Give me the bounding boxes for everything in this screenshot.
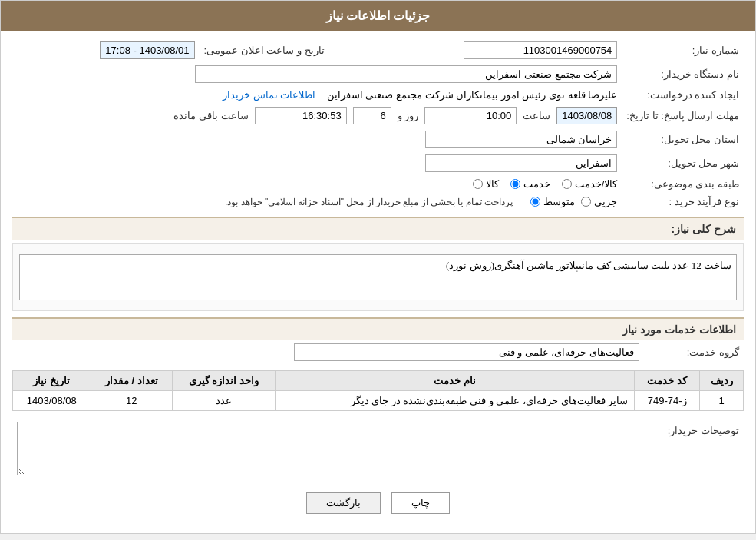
- comments-table: توضیحات خریدار:: [12, 419, 744, 481]
- creator-contact-link[interactable]: اطلاعات تماس خریدار: [223, 89, 315, 101]
- description-section-title: شرح کلی نیاز:: [12, 217, 744, 240]
- main-content: شماره نیاز: 1103001469000754 تاریخ و ساع…: [1, 31, 755, 533]
- need-number-display: 1103001469000754: [464, 41, 617, 59]
- description-container: ساخت 12 عدد بلیت سایبشی کف مانیپلاتور ما…: [12, 243, 744, 311]
- purchase-type-label: نوع فرآیند خرید :: [622, 193, 744, 210]
- page-title: جزئیات اطلاعات نیاز: [326, 9, 431, 22]
- city-value: اسفراین: [12, 151, 622, 175]
- page-wrapper: جزئیات اطلاعات نیاز شماره نیاز: 11030014…: [0, 0, 756, 534]
- page-header: جزئیات اطلاعات نیاز: [1, 1, 755, 31]
- row-buyer-org: نام دستگاه خریدار: شرکت مجتمع صنعتی اسفر…: [12, 62, 744, 86]
- response-deadline-value: 1403/08/08 ساعت 10:00 روز و 6 16:30:53 س…: [12, 104, 622, 128]
- response-days-display: 6: [353, 107, 391, 124]
- need-number-label: شماره نیاز:: [622, 38, 744, 62]
- province-value: خراسان شمالی: [12, 128, 622, 151]
- print-button[interactable]: چاپ: [391, 492, 450, 514]
- purchase-motavaset-label: متوسط: [543, 196, 575, 207]
- purchase-jozei-option[interactable]: جزیی: [581, 196, 617, 207]
- col-header-quantity: تعداد / مقدار: [91, 371, 172, 391]
- col-header-service-code: کد خدمت: [635, 371, 700, 391]
- response-date-display: 1403/08/08: [556, 107, 617, 124]
- category-kala-label: کالا: [486, 178, 499, 190]
- service-group-display: فعالیت‌های حرفه‌ای، علمی و فنی: [294, 343, 639, 361]
- category-kala-khadamat-radio[interactable]: [562, 179, 572, 189]
- days-label: روز و: [398, 110, 419, 121]
- creator-value: علیرضا قلعه نوی رئیس امور بیمانکاران شرک…: [12, 86, 622, 104]
- service-group-value: فعالیت‌های حرفه‌ای، علمی و فنی: [12, 340, 644, 364]
- category-value: کالا/خدمت خدمت کالا: [12, 175, 622, 193]
- cell-service-code: ز-74-749: [635, 391, 700, 411]
- purchase-note: پرداخت تمام یا بخشی از مبلغ خریدار از مح…: [225, 197, 513, 207]
- response-time-display: 10:00: [424, 107, 517, 124]
- col-header-unit: واحد اندازه گیری: [172, 371, 275, 391]
- cell-unit: عدد: [172, 391, 275, 411]
- purchase-motavaset-radio[interactable]: [530, 197, 540, 207]
- purchase-type-inline: جزیی متوسط پرداخت تمام یا بخشی از مبلغ خ…: [17, 196, 617, 207]
- buyer-org-label: نام دستگاه خریدار:: [622, 62, 744, 86]
- services-table-body: 1 ز-74-749 سایر فعالیت‌های حرفه‌ای، علمی…: [13, 391, 744, 411]
- cell-quantity: 12: [91, 391, 172, 411]
- creator-display: علیرضا قلعه نوی رئیس امور بیمانکاران شرک…: [327, 89, 618, 101]
- purchase-type-value: جزیی متوسط پرداخت تمام یا بخشی از مبلغ خ…: [12, 193, 622, 210]
- services-section-label: اطلاعات خدمات مورد نیاز: [622, 323, 736, 336]
- category-kala-option[interactable]: کالا: [473, 178, 499, 190]
- creator-label: ایجاد کننده درخواست:: [622, 86, 744, 104]
- col-header-service-name: نام خدمت: [275, 371, 634, 391]
- buttons-row: چاپ بازگشت: [12, 481, 744, 525]
- response-clock-display: 16:30:53: [255, 107, 347, 124]
- row-need-number: شماره نیاز: 1103001469000754 تاریخ و ساع…: [12, 38, 744, 62]
- cell-date: 1403/08/08: [13, 391, 91, 411]
- row-service-group: گروه خدمت: فعالیت‌های حرفه‌ای، علمی و فن…: [12, 340, 744, 364]
- deadline-inline: 1403/08/08 ساعت 10:00 روز و 6 16:30:53 س…: [17, 107, 617, 124]
- purchase-jozei-label: جزیی: [594, 196, 617, 207]
- col-header-row-num: ردیف: [700, 371, 744, 391]
- buyer-comments-input[interactable]: [17, 422, 639, 475]
- category-label: طبقه بندی موضوعی:: [622, 175, 744, 193]
- table-row: 1 ز-74-749 سایر فعالیت‌های حرفه‌ای، علمی…: [13, 391, 744, 411]
- buyer-org-display: شرکت مجتمع صنعتی اسفراین: [195, 65, 617, 83]
- back-button[interactable]: بازگشت: [306, 492, 381, 514]
- need-number-value: 1103001469000754: [329, 38, 622, 62]
- category-khadamat-radio[interactable]: [510, 179, 520, 189]
- category-kala-khadamat-label: کالا/خدمت: [575, 178, 618, 190]
- services-table: ردیف کد خدمت نام خدمت واحد اندازه گیری ت…: [12, 370, 744, 411]
- city-display: اسفراین: [425, 154, 617, 172]
- buyer-comments-label: توضیحات خریدار:: [644, 419, 744, 481]
- buyer-org-value: شرکت مجتمع صنعتی اسفراین: [12, 62, 622, 86]
- service-group-table: گروه خدمت: فعالیت‌های حرفه‌ای، علمی و فن…: [12, 340, 744, 364]
- category-khadamat-option[interactable]: خدمت: [510, 178, 550, 190]
- cell-row-num: 1: [700, 391, 744, 411]
- buyer-comments-value: [12, 419, 644, 481]
- remaining-label: ساعت باقی مانده: [173, 110, 248, 121]
- services-section-title: اطلاعات خدمات مورد نیاز: [12, 317, 744, 340]
- row-category: طبقه بندی موضوعی: کالا/خدمت خدمت کالا: [12, 175, 744, 193]
- purchase-motavaset-option[interactable]: متوسط: [530, 196, 575, 207]
- category-kala-khadamat-option[interactable]: کالا/خدمت: [562, 178, 618, 190]
- city-label: شهر محل تحویل:: [622, 151, 744, 175]
- row-province: استان محل تحویل: خراسان شمالی: [12, 128, 744, 151]
- row-buyer-comments: توضیحات خریدار:: [12, 419, 744, 481]
- services-table-head: ردیف کد خدمت نام خدمت واحد اندازه گیری ت…: [13, 371, 744, 391]
- col-header-date: تاریخ نیاز: [13, 371, 91, 391]
- description-value: ساخت 12 عدد بلیت سایبشی کف مانیپلاتور ما…: [19, 254, 737, 300]
- cell-service-name: سایر فعالیت‌های حرفه‌ای، علمی و فنی طبقه…: [275, 391, 634, 411]
- row-response-deadline: مهلت ارسال پاسخ: تا تاریخ: 1403/08/08 سا…: [12, 104, 744, 128]
- row-creator: ایجاد کننده درخواست: علیرضا قلعه نوی رئی…: [12, 86, 744, 104]
- announce-date-display: 1403/08/01 - 17:08: [100, 41, 194, 59]
- description-label: شرح کلی نیاز:: [672, 223, 736, 235]
- response-deadline-label: مهلت ارسال پاسخ: تا تاریخ:: [622, 104, 744, 128]
- services-table-header-row: ردیف کد خدمت نام خدمت واحد اندازه گیری ت…: [13, 371, 744, 391]
- province-label: استان محل تحویل:: [622, 128, 744, 151]
- row-city: شهر محل تحویل: اسفراین: [12, 151, 744, 175]
- time-label: ساعت: [523, 110, 550, 121]
- service-group-label: گروه خدمت:: [644, 340, 744, 364]
- province-display: خراسان شمالی: [425, 131, 617, 148]
- purchase-jozei-radio[interactable]: [581, 197, 591, 207]
- category-radio-group: کالا/خدمت خدمت کالا: [473, 178, 618, 190]
- announce-date-value: 1403/08/01 - 17:08: [12, 38, 200, 62]
- info-table: شماره نیاز: 1103001469000754 تاریخ و ساع…: [12, 38, 744, 210]
- category-khadamat-label: خدمت: [523, 178, 550, 190]
- category-kala-radio[interactable]: [473, 179, 483, 189]
- row-purchase-type: نوع فرآیند خرید : جزیی متوسط پرداخت تمام…: [12, 193, 744, 210]
- announce-date-label: تاریخ و ساعت اعلان عمومی:: [200, 38, 329, 62]
